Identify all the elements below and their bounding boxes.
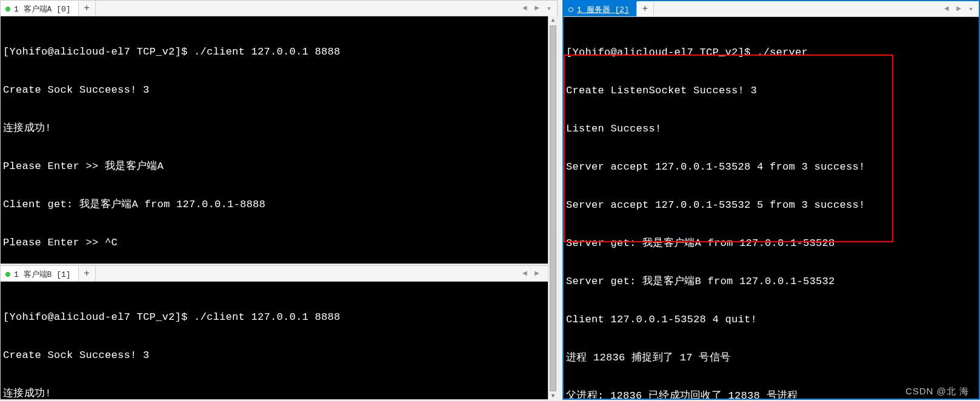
term-line: Client 127.0.0.1-53528 4 quit! <box>566 313 976 326</box>
tab-next-icon[interactable]: ► <box>532 269 542 278</box>
term-line: 连接成功! <box>3 122 555 134</box>
term-line: Create ListenSocket Success! 3 <box>566 84 976 97</box>
term-line: Server get: 我是客户端A from 127.0.0.1-53528 <box>566 237 976 250</box>
tab-prev-icon[interactable]: ◄ <box>941 4 952 13</box>
term-line: Server get: 我是客户端B from 127.0.0.1-53532 <box>566 275 976 288</box>
watermark: CSDN @北 海 <box>905 386 969 397</box>
tab-next-icon[interactable]: ► <box>532 4 542 13</box>
pane-client-a: 1 客户端A [0] + ◄ ► ▾ [Yohifo@alicloud-el7 … <box>0 0 558 264</box>
scroll-track[interactable] <box>548 25 558 391</box>
status-dot-icon <box>568 7 573 12</box>
status-dot-icon <box>5 7 10 12</box>
term-line: [Yohifo@alicloud-el7 TCP_v2]$ ./server <box>566 46 976 59</box>
add-tab-button[interactable]: + <box>79 1 96 16</box>
term-line: [Yohifo@alicloud-el7 TCP_v2]$ ./client 1… <box>3 45 555 58</box>
terminal-client-b[interactable]: [Yohifo@alicloud-el7 TCP_v2]$ ./client 1… <box>1 282 557 399</box>
add-tab-button[interactable]: + <box>79 266 96 281</box>
scroll-up-icon[interactable]: ▲ <box>548 16 558 25</box>
scrollbar[interactable]: ▲ ▼ <box>548 16 558 401</box>
tabbar-server: 1 服务器 [2] + ◄ ► ▾ <box>564 1 979 17</box>
term-line: Client get: 我是客户端A from 127.0.0.1-8888 <box>3 198 555 211</box>
term-line: Please Enter >> ^C <box>3 236 555 249</box>
tab-client-b[interactable]: 1 客户端B [1] <box>1 266 79 281</box>
term-line: Server accept 127.0.0.1-53528 4 from 3 s… <box>566 161 976 173</box>
tab-prev-icon[interactable]: ◄ <box>519 269 530 278</box>
highlight-box <box>564 55 893 242</box>
term-line: 进程 12836 捕捉到了 17 号信号 <box>566 351 976 364</box>
tab-next-icon[interactable]: ► <box>953 4 964 13</box>
tabbar-nav: ◄ ► ▾ <box>941 1 979 16</box>
status-dot-icon <box>5 272 10 277</box>
tab-client-a[interactable]: 1 客户端A [0] <box>1 1 79 16</box>
term-line: Please Enter >> 我是客户端A <box>3 160 555 173</box>
tabbar-client-a: 1 客户端A [0] + ◄ ► ▾ <box>1 1 557 16</box>
add-tab-button[interactable]: + <box>637 1 654 16</box>
term-line: Listen Success! <box>566 122 976 135</box>
tab-menu-icon[interactable]: ▾ <box>965 4 976 14</box>
pane-server: 1 服务器 [2] + ◄ ► ▾ [Yohifo@alicloud-el7 T… <box>562 0 980 400</box>
term-line: Create Sock Succeess! 3 <box>3 84 555 96</box>
term-line: [Yohifo@alicloud-el7 TCP_v2]$ ./client 1… <box>3 311 555 323</box>
scroll-thumb[interactable] <box>550 25 556 391</box>
scroll-down-icon[interactable]: ▼ <box>548 391 558 401</box>
tab-menu-icon[interactable]: ▾ <box>544 4 555 13</box>
tabbar-client-b: 1 客户端B [1] + ◄ ► ▾ <box>1 266 557 282</box>
term-line: 连接成功! <box>3 387 555 399</box>
tab-prev-icon[interactable]: ◄ <box>519 4 530 13</box>
tab-server[interactable]: 1 服务器 [2] <box>564 1 637 16</box>
term-line: Server accept 127.0.0.1-53532 5 from 3 s… <box>566 199 976 211</box>
pane-client-b: 1 客户端B [1] + ◄ ► ▾ [Yohifo@alicloud-el7 … <box>0 265 558 400</box>
tabbar-nav: ◄ ► ▾ <box>519 1 557 16</box>
tab-label: 1 客户端A [0] <box>14 4 71 15</box>
terminal-client-a[interactable]: [Yohifo@alicloud-el7 TCP_v2]$ ./client 1… <box>1 16 557 263</box>
tab-label: 1 客户端B [1] <box>14 269 71 280</box>
terminal-server[interactable]: [Yohifo@alicloud-el7 TCP_v2]$ ./server C… <box>564 17 979 399</box>
term-line: Create Sock Succeess! 3 <box>3 349 555 362</box>
tab-label: 1 服务器 [2] <box>577 4 629 15</box>
